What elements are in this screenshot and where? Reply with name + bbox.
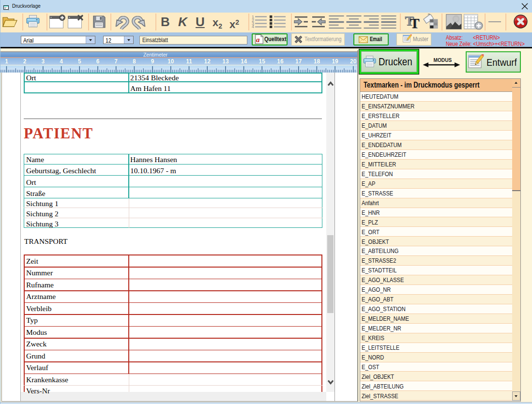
svg-text:a: a — [256, 36, 260, 44]
svg-text:4: 4 — [252, 24, 254, 28]
